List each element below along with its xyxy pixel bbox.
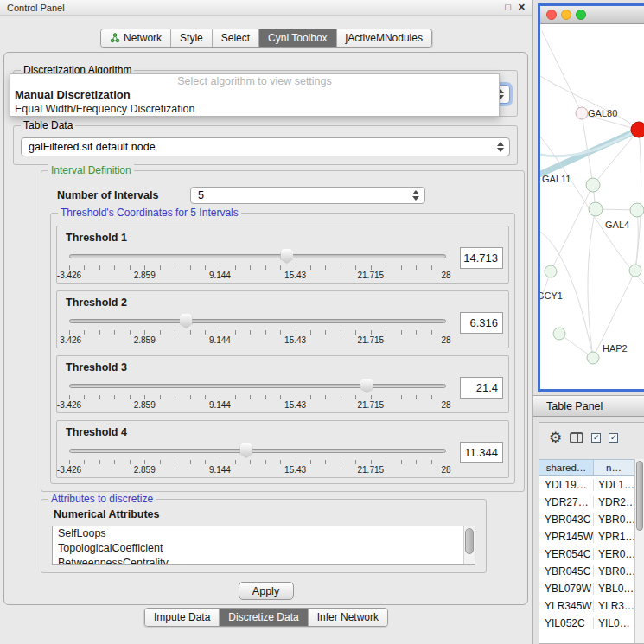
threshold-value-field[interactable]: 6.316	[460, 312, 503, 334]
slider-track[interactable]	[69, 384, 446, 388]
threshold-label: Threshold 2	[66, 296, 127, 309]
tab-label: jActiveMNodules	[346, 32, 423, 44]
table-cell: YDR2…	[594, 496, 634, 508]
table-row[interactable]: YPR145WYPR1…	[539, 528, 634, 545]
slider-thumb[interactable]	[180, 314, 193, 328]
table-row[interactable]: YDR27…YDR2…	[539, 494, 634, 511]
tab-select[interactable]: Select	[213, 29, 259, 47]
table-row[interactable]: YBL079WYBL0…	[539, 580, 634, 597]
slider-scale-label: 9.144	[209, 335, 231, 345]
numerical-attributes-list[interactable]: SelfLoopsTopologicalCoefficientBetweenne…	[52, 526, 475, 565]
tab-style[interactable]: Style	[171, 29, 213, 47]
node-label-gal11: GAL11	[542, 174, 571, 184]
table-cell: YBL0…	[594, 583, 634, 595]
threshold-value-field[interactable]: 14.713	[460, 247, 503, 269]
threshold-value-field[interactable]: 11.344	[460, 442, 503, 463]
threshold-value-field[interactable]: 21.4	[460, 377, 503, 399]
slider-scale-label: 9.144	[209, 400, 231, 410]
slider-thumb[interactable]	[280, 249, 293, 264]
slider-scale-label: -3.426	[57, 400, 81, 410]
group-title-interval-definition: Interval Definition	[48, 164, 134, 176]
tab-impute-data[interactable]: Impute Data	[145, 609, 220, 626]
top-tab-bar: NetworkStyleSelectCyni ToolboxjActiveMNo…	[100, 29, 432, 48]
num-intervals-combo[interactable]: 5	[190, 187, 425, 204]
table-row[interactable]: YBR043CYBR0…	[539, 511, 634, 528]
table-row[interactable]: YDL19…YDL1…	[539, 476, 634, 494]
tab-discretize-data[interactable]: Discretize Data	[220, 609, 308, 626]
tab-infer-network[interactable]: Infer Network	[309, 609, 387, 626]
slider-track[interactable]	[69, 449, 446, 453]
table-data-combo[interactable]: galFiltered.sif default node	[21, 137, 510, 156]
slider-scale: -3.4262.8599.14415.4321.71528	[69, 465, 446, 475]
slider-thumb[interactable]	[239, 443, 252, 458]
control-panel-window: Control Panel □ ✕ NetworkStyleSelectCyni…	[0, 0, 533, 644]
zoom-traffic-light-icon[interactable]	[576, 10, 586, 20]
table-row[interactable]: YER054CYER0…	[539, 545, 634, 563]
minimize-traffic-light-icon[interactable]	[561, 10, 571, 20]
node-label-hap2: HAP2	[603, 343, 628, 354]
threshold-slider[interactable]: -3.4262.8599.14415.4321.71528	[69, 379, 446, 410]
table-cell: YLR345W	[539, 600, 594, 612]
slider-track[interactable]	[69, 319, 446, 323]
slider-scale-label: 28	[441, 465, 450, 475]
slider-scale-label: 2.859	[134, 335, 156, 345]
threshold-label: Threshold 4	[66, 426, 127, 438]
tab-network[interactable]: Network	[101, 29, 171, 47]
algorithm-dropdown: Select algorithm to view settings Manual…	[10, 73, 500, 117]
checkbox-icon[interactable]: ✓	[591, 433, 601, 443]
scrollbar-thumb[interactable]	[465, 528, 474, 554]
list-scrollbar[interactable]	[463, 526, 475, 564]
checkbox-icon[interactable]: ✓	[609, 433, 618, 443]
table-row[interactable]: YBR045CYBR0…	[539, 563, 634, 580]
threshold-panel: Threshold 1 -3.4262.8599.14415.4321.7152…	[56, 226, 509, 284]
network-node	[629, 265, 641, 277]
interval-definition-group: Interval Definition Number of Intervals …	[41, 170, 525, 492]
columns-icon[interactable]	[570, 432, 583, 443]
slider-thumb[interactable]	[360, 379, 373, 393]
network-canvas[interactable]: GAL80 GAL11 GAL4 GCY1 HAP2	[540, 24, 644, 389]
combo-stepper-icon	[412, 190, 419, 201]
table-cell: YDL1…	[594, 479, 634, 491]
slider-scale-label: 9.144	[209, 271, 231, 280]
tab-jactivemnodules[interactable]: jActiveMNodules	[337, 29, 431, 47]
table-cell: YPR145W	[539, 531, 594, 543]
close-traffic-light-icon[interactable]	[546, 10, 557, 20]
attribute-item[interactable]: TopologicalCoefficient	[53, 541, 475, 556]
slider-scale-label: 2.859	[134, 400, 156, 410]
dropdown-option[interactable]: Manual Discretization	[10, 88, 499, 102]
slider-scale-label: 28	[441, 400, 450, 410]
network-node	[545, 265, 557, 277]
threshold-slider[interactable]: -3.4262.8599.14415.4321.71528	[69, 249, 446, 280]
slider-scale-label: -3.426	[57, 335, 81, 345]
threshold-slider[interactable]: -3.4262.8599.14415.4321.71528	[69, 314, 446, 345]
float-window-icon[interactable]: □	[505, 1, 511, 14]
node-label-gal4: GAL4	[605, 220, 629, 230]
column-header-shared-name[interactable]: shared…	[539, 460, 594, 475]
group-title-thresholds: Threshold's Coordinates for 5 Intervals	[58, 207, 241, 219]
network-nodes[interactable]	[545, 107, 644, 364]
slider-ticks	[69, 265, 446, 270]
network-window-titlebar[interactable]	[540, 6, 644, 24]
tab-cyni-toolbox[interactable]: Cyni Toolbox	[259, 29, 336, 47]
tab-label: Infer Network	[317, 611, 379, 623]
attribute-item[interactable]: BetweennessCentrality	[53, 556, 475, 565]
attribute-item[interactable]: SelfLoops	[53, 526, 475, 541]
table-row[interactable]: YIL052CYIL0…	[539, 615, 634, 632]
table-cell: YPR1…	[594, 531, 634, 543]
table-row[interactable]: YLR345WYLR3…	[539, 597, 634, 615]
table-scrollbar[interactable]	[634, 459, 644, 643]
threshold-slider[interactable]: -3.4262.8599.14415.4321.71528	[69, 443, 446, 475]
scrollbar-thumb[interactable]	[636, 461, 643, 531]
dropdown-option[interactable]: Equal Width/Frequency Discretization	[10, 102, 499, 116]
apply-button[interactable]: Apply	[239, 582, 294, 600]
node-label-gcy1: GCY1	[540, 290, 563, 301]
slider-ticks	[69, 330, 446, 335]
threshold-rows: Threshold 1 -3.4262.8599.14415.4321.7152…	[56, 226, 509, 478]
close-icon[interactable]: ✕	[518, 1, 526, 14]
table-toolbar: ⚙ ✓ ✓	[539, 423, 644, 452]
slider-track[interactable]	[69, 254, 446, 258]
combo-stepper-icon	[497, 142, 504, 152]
column-header-name[interactable]: n…	[594, 460, 634, 475]
gear-icon[interactable]: ⚙	[549, 430, 562, 445]
control-panel-titlebar: Control Panel □ ✕	[0, 0, 532, 16]
